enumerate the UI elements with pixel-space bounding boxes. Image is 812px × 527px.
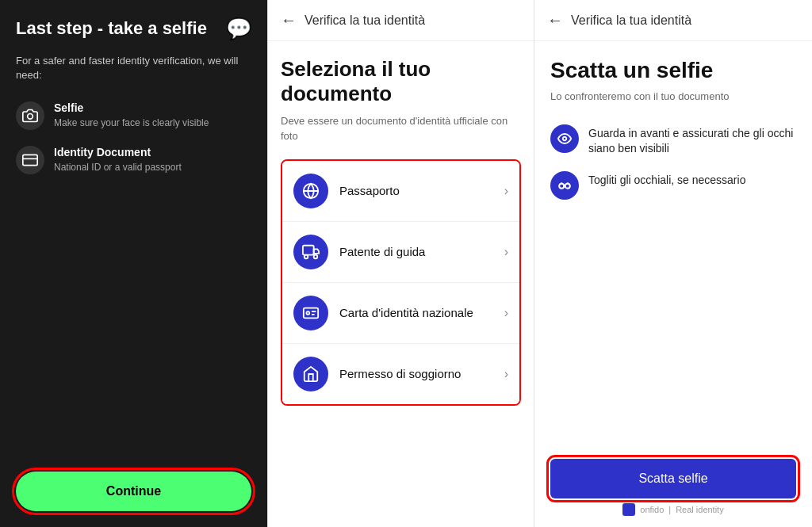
eyes-icon: [550, 124, 579, 153]
instruction-glasses: Togliti gli occhiali, se necessario: [550, 171, 796, 200]
svg-rect-5: [303, 246, 314, 255]
onfido-logo-icon: [622, 503, 635, 516]
passport-chevron: ›: [504, 184, 508, 198]
selfie-req-desc: Make sure your face is clearly visible: [54, 116, 209, 130]
doc-req-title: Identity Document: [54, 146, 182, 158]
left-subtitle: For a safer and faster identity verifica…: [16, 54, 251, 82]
license-chevron: ›: [504, 245, 508, 259]
chat-icon: 💬: [226, 16, 251, 41]
left-title: Last step - take a selfie: [16, 17, 218, 40]
right-header: ← Verifica la tua identità: [534, 0, 812, 41]
svg-point-12: [563, 136, 567, 140]
middle-back-arrow[interactable]: ←: [281, 11, 297, 29]
selfie-req-title: Selfie: [54, 101, 209, 114]
doc-item-residence[interactable]: Permesso di soggiorno ›: [282, 344, 519, 404]
svg-rect-1: [23, 155, 37, 166]
id-doc-icon: [16, 146, 44, 174]
residence-label: Permesso di soggiorno: [339, 367, 504, 380]
continue-button[interactable]: Continue: [16, 472, 251, 511]
right-header-title: Verifica la tua identità: [571, 13, 691, 28]
doc-item-license[interactable]: Patente di guida ›: [282, 222, 519, 283]
doc-req-desc: National ID or a valid passport: [54, 161, 182, 174]
selfie-subtitle: Lo confronteremo con il tuo documento: [550, 90, 796, 102]
svg-point-13: [559, 184, 564, 189]
right-back-arrow[interactable]: ←: [547, 11, 563, 29]
middle-panel: ← Verifica la tua identità Seleziona il …: [267, 0, 534, 527]
left-panel: Last step - take a selfie 💬 For a safer …: [0, 0, 267, 527]
instruction-eyes: Guarda in avanti e assicurati che gli oc…: [550, 124, 796, 157]
right-panel: ← Verifica la tua identità Scatta un sel…: [534, 0, 812, 527]
document-list: Passaporto › Patente di guida ›: [281, 159, 521, 406]
eyes-instruction-text: Guarda in avanti e assicurati che gli oc…: [588, 124, 796, 157]
national-id-icon: [293, 296, 328, 330]
select-doc-subtitle: Deve essere un documento d'identità uffi…: [281, 114, 521, 143]
svg-point-7: [314, 254, 318, 258]
select-doc-title: Seleziona il tuo documento: [281, 57, 521, 106]
middle-header: ← Verifica la tua identità: [268, 0, 534, 41]
selfie-content: Scatta un selfie Lo confronteremo con il…: [534, 41, 812, 527]
left-header: Last step - take a selfie 💬: [16, 16, 251, 41]
passport-label: Passaporto: [339, 184, 504, 197]
svg-point-9: [307, 311, 310, 315]
doc-item-passport[interactable]: Passaporto ›: [282, 161, 519, 222]
national-id-chevron: ›: [504, 306, 508, 320]
glasses-icon: [550, 171, 579, 200]
middle-header-title: Verifica la tua identità: [304, 13, 425, 28]
passport-icon: [293, 174, 328, 208]
requirement-document: Identity Document National ID or a valid…: [16, 146, 251, 174]
onfido-tagline: Real identity: [676, 505, 724, 514]
middle-content: Seleziona il tuo documento Deve essere u…: [268, 41, 534, 527]
license-label: Patente di guida: [339, 245, 504, 258]
scatta-button-wrapper: Scatta selfie: [550, 459, 796, 498]
scatta-selfie-button[interactable]: Scatta selfie: [550, 459, 796, 498]
svg-point-6: [304, 254, 308, 258]
residence-icon: [293, 357, 328, 391]
onfido-footer: onfido | Real identity: [534, 503, 812, 516]
camera-icon: [16, 101, 44, 130]
residence-chevron: ›: [504, 367, 508, 381]
requirement-selfie: Selfie Make sure your face is clearly vi…: [16, 101, 251, 130]
selfie-title: Scatta un selfie: [550, 57, 796, 84]
doc-item-national-id[interactable]: Carta d'identità nazionale ›: [282, 283, 519, 344]
license-icon: [293, 235, 328, 269]
glasses-instruction-text: Togliti gli occhiali, se necessario: [588, 171, 745, 189]
national-id-label: Carta d'identità nazionale: [339, 306, 504, 319]
svg-point-0: [28, 114, 33, 120]
onfido-brand: onfido: [640, 505, 664, 514]
svg-point-14: [565, 184, 570, 189]
